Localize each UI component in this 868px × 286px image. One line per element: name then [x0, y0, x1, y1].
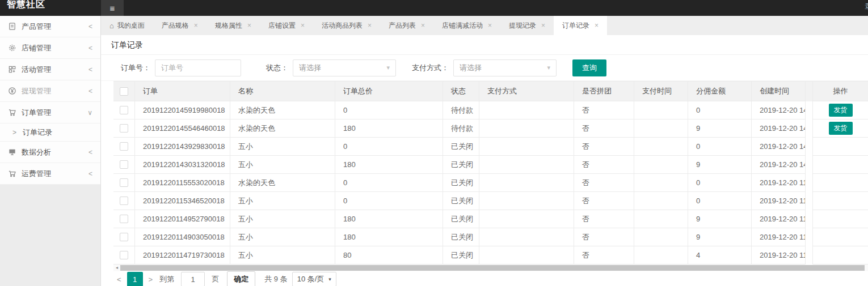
- table-row: 20191220143031320018五小180已关闭否92019-12-20…: [113, 156, 868, 174]
- pay-method-cell: [479, 101, 574, 119]
- total-price-cell: 80: [335, 246, 443, 264]
- total-price-cell: 180: [335, 156, 443, 174]
- checkbox-cell: [113, 228, 135, 246]
- next-page-button[interactable]: >: [145, 275, 157, 284]
- action-cell: [812, 156, 868, 174]
- scrollbar-thumb[interactable]: [120, 265, 865, 271]
- order-cell: 20191220143031320018: [135, 156, 230, 174]
- row-checkbox[interactable]: [120, 178, 128, 187]
- status-select[interactable]: 请选择 ▾: [293, 59, 396, 76]
- pay-method-select-value: 请选择: [460, 63, 482, 73]
- order-no-input[interactable]: [155, 59, 241, 76]
- close-icon[interactable]: ×: [541, 22, 545, 29]
- close-icon[interactable]: ×: [368, 22, 372, 29]
- select-all-checkbox[interactable]: [120, 87, 128, 96]
- pay-method-select[interactable]: 请选择 ▾: [453, 59, 557, 76]
- sidebar-item-提现管理[interactable]: 提现管理<: [0, 80, 100, 102]
- chevron-left-icon: <: [89, 148, 92, 156]
- tab-产品规格[interactable]: 产品规格×: [153, 16, 207, 35]
- sidebar-item-订单管理[interactable]: 订单管理∨: [0, 102, 100, 123]
- scroll-left-icon[interactable]: ◂: [113, 264, 120, 271]
- page-title: 订单记录: [101, 35, 868, 55]
- tab-规格属性[interactable]: 规格属性×: [207, 16, 260, 35]
- tab-我的桌面[interactable]: ⌂我的桌面: [101, 16, 153, 35]
- sidebar-item-产品管理[interactable]: 产品管理<: [0, 16, 100, 37]
- row-checkbox[interactable]: [120, 197, 128, 205]
- sidebar-item-label: 提现管理: [22, 86, 89, 96]
- row-checkbox[interactable]: [120, 142, 128, 151]
- pay-time-cell: [634, 174, 688, 192]
- row-checkbox[interactable]: [120, 160, 128, 169]
- status-cell: 已关闭: [443, 174, 479, 192]
- user-name-partial[interactable]: 章: [865, 2, 868, 12]
- search-button[interactable]: 查询: [572, 59, 606, 76]
- header-cell-状态: 状态: [443, 81, 479, 101]
- page-size-select[interactable]: 10 条/页 ▾: [292, 272, 336, 286]
- tab-店铺设置[interactable]: 店铺设置×: [260, 16, 313, 35]
- group-buy-cell: 否: [574, 101, 634, 119]
- row-checkbox[interactable]: [120, 233, 128, 241]
- prev-page-button[interactable]: <: [113, 275, 125, 284]
- close-icon[interactable]: ×: [194, 22, 198, 29]
- row-checkbox[interactable]: [120, 106, 128, 114]
- main-area: ⌂我的桌面产品规格×规格属性×店铺设置×活动商品列表×产品列表×店铺满减活动×提…: [101, 16, 868, 286]
- close-icon[interactable]: ×: [595, 22, 599, 29]
- sidebar-subitem-订单记录[interactable]: >订单记录: [0, 123, 100, 142]
- group-buy-cell: 否: [574, 246, 634, 264]
- total-price-cell: 0: [335, 192, 443, 210]
- row-checkbox[interactable]: [120, 251, 128, 259]
- ship-button[interactable]: 发货: [829, 122, 853, 135]
- horizontal-scrollbar[interactable]: ◂: [113, 264, 868, 271]
- order-cell: 20191220114719730018: [135, 246, 230, 264]
- tab-产品列表[interactable]: 产品列表×: [380, 16, 433, 35]
- group-buy-cell: 否: [574, 119, 634, 138]
- close-icon[interactable]: ×: [488, 22, 492, 29]
- status-cell: 已关闭: [443, 246, 479, 264]
- goto-page-input[interactable]: [181, 272, 205, 286]
- close-icon[interactable]: ×: [421, 22, 425, 29]
- tab-活动商品列表[interactable]: 活动商品列表×: [313, 16, 380, 35]
- commission-cell: 9: [688, 119, 752, 138]
- sidebar-item-活动管理[interactable]: 活动管理<: [0, 59, 100, 80]
- checkbox-cell: [113, 138, 135, 156]
- chevron-left-icon: <: [89, 87, 92, 95]
- sidebar-item-label: 产品管理: [22, 22, 89, 32]
- row-checkbox[interactable]: [120, 124, 128, 133]
- close-icon[interactable]: ×: [247, 22, 251, 29]
- close-icon[interactable]: ×: [301, 22, 305, 29]
- fixed-column-gap: [806, 156, 812, 174]
- sidebar-item-数据分析[interactable]: 数据分析<: [0, 142, 100, 163]
- checkbox-cell: [113, 101, 135, 119]
- sidebar-item-店铺管理[interactable]: 店铺管理<: [0, 37, 100, 59]
- status-cell: 待付款: [443, 119, 479, 138]
- table-row: 20191220145919980018水染的天色ゝ0待付款否02019-12-…: [113, 101, 868, 119]
- yen-circle-icon: [8, 87, 22, 95]
- chevron-down-icon: ∨: [87, 109, 92, 117]
- ship-button[interactable]: 发货: [829, 104, 853, 117]
- current-page-button[interactable]: 1: [127, 272, 143, 286]
- sidebar-item-运费管理[interactable]: 运费管理<: [0, 163, 100, 185]
- total-price-cell: 180: [335, 210, 443, 228]
- pay-method-cell: [479, 192, 574, 210]
- action-cell: [812, 210, 868, 228]
- tab-提现记录[interactable]: 提现记录×: [500, 16, 554, 35]
- tab-订单记录[interactable]: 订单记录×: [554, 16, 607, 35]
- tab-店铺满减活动[interactable]: 店铺满减活动×: [433, 16, 500, 35]
- pay-method-cell: [479, 210, 574, 228]
- commission-cell: 0: [688, 192, 752, 210]
- name-cell: 五小: [230, 228, 335, 246]
- checkbox-cell: [113, 119, 135, 138]
- confirm-page-button[interactable]: 确定: [227, 271, 255, 286]
- caret-down-icon: ▾: [547, 64, 550, 71]
- pay-method-cell: [479, 138, 574, 156]
- clipboard-icon: [8, 22, 22, 31]
- order-cell: 20191220114952790018: [135, 210, 230, 228]
- sidebar-toggle-button[interactable]: ≡: [101, 0, 124, 16]
- fixed-column-gap: [806, 101, 812, 119]
- group-buy-cell: 否: [574, 174, 634, 192]
- status-select-value: 请选择: [299, 63, 321, 73]
- row-checkbox[interactable]: [120, 215, 128, 223]
- commission-cell: 0: [688, 101, 752, 119]
- action-cell: [812, 246, 868, 264]
- sidebar-subitem-label: 订单记录: [23, 127, 52, 138]
